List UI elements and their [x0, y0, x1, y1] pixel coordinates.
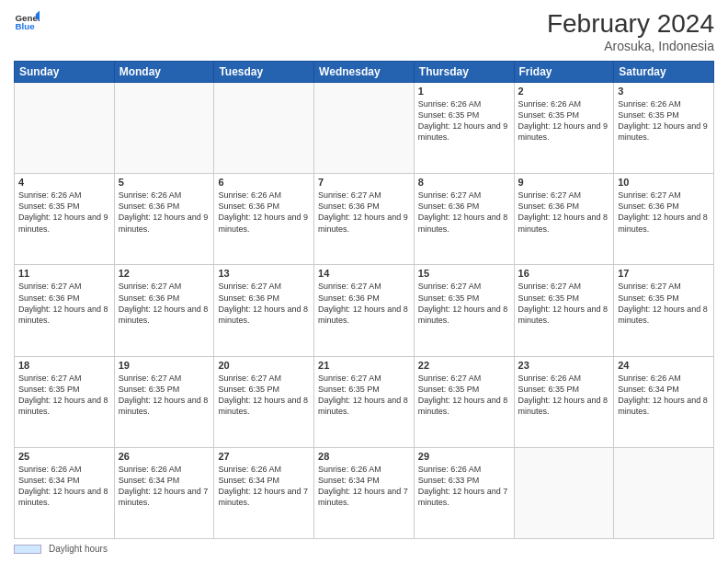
calendar-cell: 9Sunrise: 6:27 AMSunset: 6:36 PMDaylight…: [514, 174, 614, 265]
weekday-header-friday: Friday: [514, 62, 614, 83]
day-info: Sunrise: 6:27 AMSunset: 6:36 PMDaylight:…: [318, 281, 410, 326]
day-info: Sunrise: 6:27 AMSunset: 6:35 PMDaylight:…: [318, 373, 410, 418]
day-info: Sunrise: 6:26 AMSunset: 6:35 PMDaylight:…: [618, 98, 710, 144]
calendar-cell: 25Sunrise: 6:26 AMSunset: 6:34 PMDayligh…: [15, 447, 115, 538]
day-info: Sunrise: 6:26 AMSunset: 6:34 PMDaylight:…: [618, 373, 710, 418]
day-number: 5: [119, 177, 210, 188]
calendar-cell: 12Sunrise: 6:27 AMSunset: 6:36 PMDayligh…: [114, 265, 214, 356]
day-number: 17: [618, 268, 710, 279]
day-number: 24: [618, 360, 710, 371]
calendar-cell: 2Sunrise: 6:26 AMSunset: 6:35 PMDaylight…: [514, 83, 614, 174]
day-info: Sunrise: 6:27 AMSunset: 6:36 PMDaylight:…: [618, 190, 710, 235]
calendar-cell: 20Sunrise: 6:27 AMSunset: 6:35 PMDayligh…: [214, 356, 314, 447]
day-number: 16: [518, 268, 610, 279]
day-info: Sunrise: 6:26 AMSunset: 6:35 PMDaylight:…: [518, 373, 610, 418]
weekday-header-wednesday: Wednesday: [314, 62, 415, 83]
day-number: 13: [218, 268, 310, 279]
day-info: Sunrise: 6:27 AMSunset: 6:35 PMDaylight:…: [18, 373, 110, 418]
daylight-swatch: [14, 545, 41, 554]
day-info: Sunrise: 6:26 AMSunset: 6:35 PMDaylight:…: [18, 190, 110, 235]
title-block: February 2024 Arosuka, Indonesia: [547, 9, 714, 53]
calendar-cell: 28Sunrise: 6:26 AMSunset: 6:34 PMDayligh…: [314, 447, 415, 538]
calendar-cell: 3Sunrise: 6:26 AMSunset: 6:35 PMDaylight…: [614, 83, 714, 174]
footer: Daylight hours: [14, 544, 714, 554]
day-number: 25: [18, 451, 110, 462]
calendar-cell: 15Sunrise: 6:27 AMSunset: 6:35 PMDayligh…: [414, 265, 514, 356]
calendar-cell: 21Sunrise: 6:27 AMSunset: 6:35 PMDayligh…: [314, 356, 415, 447]
day-number: 6: [218, 177, 310, 188]
day-number: 19: [119, 360, 210, 371]
header: General Blue February 2024 Arosuka, Indo…: [14, 9, 714, 53]
calendar-cell: 1Sunrise: 6:26 AMSunset: 6:35 PMDaylight…: [414, 83, 514, 174]
page: General Blue February 2024 Arosuka, Indo…: [0, 0, 728, 563]
calendar-cell: 29Sunrise: 6:26 AMSunset: 6:33 PMDayligh…: [414, 447, 514, 538]
calendar-cell: [15, 83, 115, 174]
day-info: Sunrise: 6:26 AMSunset: 6:34 PMDaylight:…: [18, 464, 110, 509]
day-number: 9: [518, 177, 610, 188]
calendar-cell: [314, 83, 415, 174]
calendar-cell: [614, 447, 714, 538]
calendar-cell: 4Sunrise: 6:26 AMSunset: 6:35 PMDaylight…: [15, 174, 115, 265]
day-info: Sunrise: 6:27 AMSunset: 6:36 PMDaylight:…: [218, 281, 310, 326]
daylight-label: Daylight hours: [49, 544, 108, 554]
day-info: Sunrise: 6:27 AMSunset: 6:36 PMDaylight:…: [318, 190, 410, 235]
day-info: Sunrise: 6:26 AMSunset: 6:36 PMDaylight:…: [119, 190, 210, 235]
day-number: 28: [318, 451, 410, 462]
day-info: Sunrise: 6:26 AMSunset: 6:33 PMDaylight:…: [418, 464, 510, 509]
calendar-cell: 7Sunrise: 6:27 AMSunset: 6:36 PMDaylight…: [314, 174, 415, 265]
calendar-cell: 23Sunrise: 6:26 AMSunset: 6:35 PMDayligh…: [514, 356, 614, 447]
calendar-cell: 8Sunrise: 6:27 AMSunset: 6:36 PMDaylight…: [414, 174, 514, 265]
day-info: Sunrise: 6:26 AMSunset: 6:35 PMDaylight:…: [518, 98, 610, 144]
weekday-header-thursday: Thursday: [414, 62, 514, 83]
day-info: Sunrise: 6:27 AMSunset: 6:35 PMDaylight:…: [618, 281, 710, 326]
day-info: Sunrise: 6:26 AMSunset: 6:34 PMDaylight:…: [119, 464, 210, 509]
day-number: 29: [418, 451, 510, 462]
day-info: Sunrise: 6:27 AMSunset: 6:36 PMDaylight:…: [119, 281, 210, 326]
day-info: Sunrise: 6:26 AMSunset: 6:34 PMDaylight:…: [218, 464, 310, 509]
day-number: 4: [18, 177, 110, 188]
calendar-cell: 27Sunrise: 6:26 AMSunset: 6:34 PMDayligh…: [214, 447, 314, 538]
day-number: 27: [218, 451, 310, 462]
day-info: Sunrise: 6:27 AMSunset: 6:35 PMDaylight:…: [218, 373, 310, 418]
calendar-cell: 14Sunrise: 6:27 AMSunset: 6:36 PMDayligh…: [314, 265, 415, 356]
calendar-cell: [114, 83, 214, 174]
day-number: 22: [418, 360, 510, 371]
calendar-cell: 24Sunrise: 6:26 AMSunset: 6:34 PMDayligh…: [614, 356, 714, 447]
day-info: Sunrise: 6:27 AMSunset: 6:36 PMDaylight:…: [418, 190, 510, 235]
day-info: Sunrise: 6:26 AMSunset: 6:36 PMDaylight:…: [218, 190, 310, 235]
day-info: Sunrise: 6:27 AMSunset: 6:36 PMDaylight:…: [518, 190, 610, 235]
day-info: Sunrise: 6:27 AMSunset: 6:36 PMDaylight:…: [18, 281, 110, 326]
logo: General Blue: [14, 9, 40, 35]
day-number: 21: [318, 360, 410, 371]
day-number: 2: [518, 86, 610, 97]
day-number: 23: [518, 360, 610, 371]
day-number: 10: [618, 177, 710, 188]
day-number: 18: [18, 360, 110, 371]
calendar-cell: 5Sunrise: 6:26 AMSunset: 6:36 PMDaylight…: [114, 174, 214, 265]
svg-text:Blue: Blue: [15, 21, 35, 31]
calendar-cell: 13Sunrise: 6:27 AMSunset: 6:36 PMDayligh…: [214, 265, 314, 356]
day-number: 1: [418, 86, 510, 97]
weekday-header-tuesday: Tuesday: [214, 62, 314, 83]
day-info: Sunrise: 6:26 AMSunset: 6:34 PMDaylight:…: [318, 464, 410, 509]
weekday-header-saturday: Saturday: [614, 62, 714, 83]
calendar-cell: [514, 447, 614, 538]
calendar-cell: [214, 83, 314, 174]
calendar-table: SundayMondayTuesdayWednesdayThursdayFrid…: [14, 61, 714, 539]
day-number: 7: [318, 177, 410, 188]
calendar-cell: 10Sunrise: 6:27 AMSunset: 6:36 PMDayligh…: [614, 174, 714, 265]
location-subtitle: Arosuka, Indonesia: [547, 39, 714, 53]
weekday-header-monday: Monday: [114, 62, 214, 83]
calendar-cell: 18Sunrise: 6:27 AMSunset: 6:35 PMDayligh…: [15, 356, 115, 447]
day-info: Sunrise: 6:26 AMSunset: 6:35 PMDaylight:…: [418, 98, 510, 144]
calendar-cell: 22Sunrise: 6:27 AMSunset: 6:35 PMDayligh…: [414, 356, 514, 447]
day-info: Sunrise: 6:27 AMSunset: 6:35 PMDaylight:…: [418, 373, 510, 418]
calendar-cell: 17Sunrise: 6:27 AMSunset: 6:35 PMDayligh…: [614, 265, 714, 356]
day-number: 11: [18, 268, 110, 279]
day-number: 8: [418, 177, 510, 188]
calendar-cell: 16Sunrise: 6:27 AMSunset: 6:35 PMDayligh…: [514, 265, 614, 356]
weekday-header-sunday: Sunday: [15, 62, 115, 83]
day-number: 14: [318, 268, 410, 279]
day-number: 12: [119, 268, 210, 279]
day-info: Sunrise: 6:27 AMSunset: 6:35 PMDaylight:…: [518, 281, 610, 326]
